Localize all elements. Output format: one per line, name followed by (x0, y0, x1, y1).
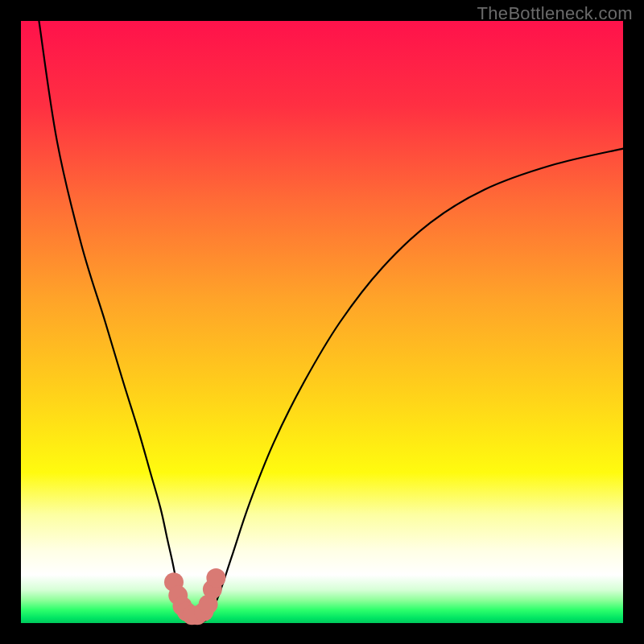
trough-marker (206, 568, 225, 588)
watermark-label: TheBottleneck.com (477, 3, 633, 24)
chart-root: TheBottleneck.com (0, 0, 644, 644)
chart-svg (0, 0, 644, 644)
chart-background (21, 21, 623, 623)
